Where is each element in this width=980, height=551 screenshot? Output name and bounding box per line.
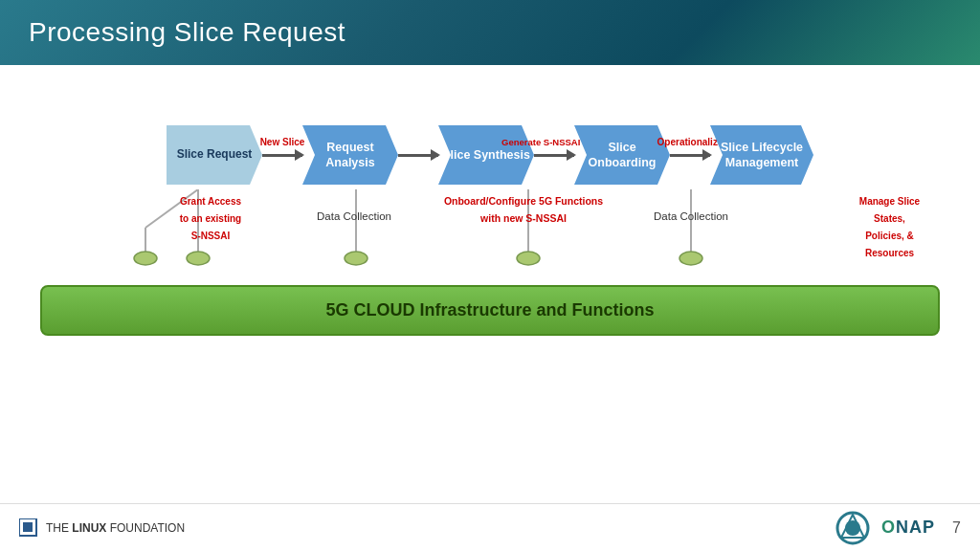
arrow-gap-2 [398,154,438,157]
svg-point-4 [345,252,368,265]
arrow-line-4 [670,154,710,157]
arrow-line-2 [398,154,438,157]
arrow-gap-1: New Slice [262,154,302,157]
arrow-line-3 [534,154,574,157]
linux-foundation-icon [19,518,38,538]
svg-point-14 [845,520,860,536]
diagram-container: Slice Request New Slice Request Analysis [40,125,940,336]
footer: THE LINUX FOUNDATION ONAP 7 [0,503,980,551]
svg-point-8 [679,252,702,265]
node-slice-lifecycle: Slice Lifecycle Management [710,125,813,185]
arrow-gap-4: Operationalize [670,154,710,157]
svg-rect-12 [23,522,33,532]
svg-point-6 [517,252,540,265]
lower-diagram: Grant Accessto an existingS-NSSAI Data C… [40,189,940,336]
slice-lifecycle-box: Slice Lifecycle Management [710,125,813,185]
arrow-gap-3: Generate S-NSSAI Descriptor [534,154,574,157]
node-slice-synthesis: Slice Synthesis [438,125,534,185]
content-area: Slice Request New Slice Request Analysis [0,65,980,503]
infra-bar: 5G CLOUD Infrastructure and Functions [40,285,940,336]
request-analysis-box: Request Analysis [302,125,398,185]
footer-left: THE LINUX FOUNDATION [19,518,185,538]
data-collection-1-label: Data Collection [311,207,397,224]
slide: Processing Slice Request Slice Request N… [0,0,980,551]
arrow-line-1 [262,154,302,157]
node-slice-onboarding: Slice Onboarding [574,125,670,185]
slice-request-box: Slice Request [167,125,262,185]
flow-nodes: Slice Request New Slice Request Analysis [40,125,940,185]
new-slice-label: New Slice [254,137,311,149]
svg-point-2 [187,252,210,265]
svg-point-10 [134,252,157,265]
footer-right: ONAP 7 [834,511,961,545]
slice-synthesis-box: Slice Synthesis [438,125,534,185]
manage-slice-label: Manage SliceStates,Policies, &Resources [844,191,935,260]
node-request-analysis: Request Analysis [302,125,398,185]
node-slice-request: Slice Request [167,125,262,185]
page-number: 7 [952,519,961,537]
data-collection-2-label: Data Collection [648,207,734,224]
grant-access-label: Grant Accessto an existingS-NSSAI [172,191,249,243]
slice-onboarding-box: Slice Onboarding [574,125,670,185]
onboard-configure-label: Onboard/Configure 5G Functionswith new S… [437,191,610,226]
slide-title: Processing Slice Request [29,17,951,48]
slide-header: Processing Slice Request [0,0,980,65]
onap-logo-icon [834,511,872,545]
